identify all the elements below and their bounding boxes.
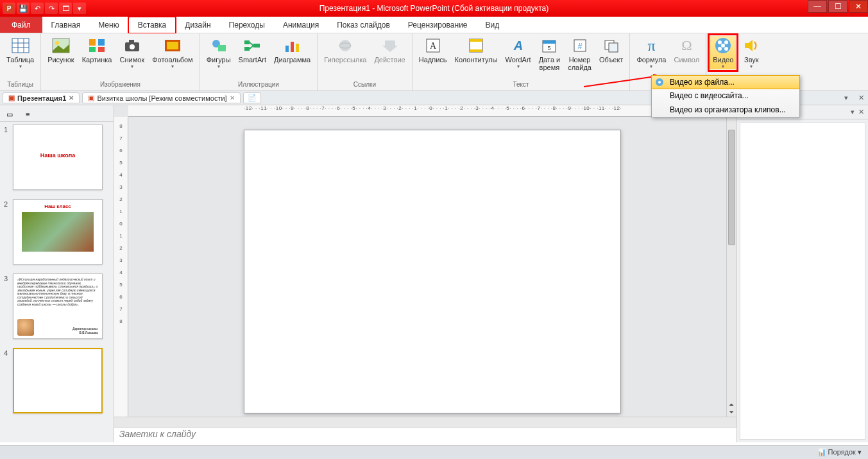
video-button[interactable]: Видео▾ xyxy=(710,36,736,69)
maximize-button[interactable]: ☐ xyxy=(828,0,847,13)
horizontal-ruler: ·12· · ·11· · ·10· · ·9· · · ·8· · · ·7·… xyxy=(128,105,736,117)
outline-tab-icon[interactable]: ≡ xyxy=(26,110,30,119)
slide-canvas[interactable] xyxy=(244,130,621,413)
minimize-button[interactable]: — xyxy=(808,0,827,13)
task-pane-body xyxy=(740,122,865,440)
chevron-down-icon: ▾ xyxy=(517,64,520,69)
dropdown-icon[interactable]: ▾ xyxy=(851,108,855,116)
close-icon[interactable]: ✕ xyxy=(230,94,235,101)
table-button[interactable]: Таблица ▾ xyxy=(4,36,37,69)
svg-text:A: A xyxy=(513,39,522,53)
slides-tab-icon[interactable]: ▭ xyxy=(6,110,13,119)
qat-btn[interactable]: 🗔 xyxy=(59,3,72,14)
file-tab[interactable]: Файл xyxy=(0,17,42,33)
canvas-area: ·12· · ·11· · ·10· · ·9· · · ·8· · · ·7·… xyxy=(114,105,736,442)
video-from-website-item[interactable]: Видео с видеосайта... xyxy=(652,89,799,103)
symbol-button: ΩСимвол xyxy=(671,36,702,64)
document-tab-2[interactable]: ▣ Визитка школы [Режим совместимости] ✕ xyxy=(82,92,240,103)
svg-rect-35 xyxy=(470,49,482,52)
wordart-button[interactable]: AWordArt▾ xyxy=(503,36,534,69)
close-icon[interactable]: ✕ xyxy=(858,108,864,116)
close-icon[interactable]: ✕ xyxy=(855,94,868,102)
close-icon[interactable]: ✕ xyxy=(69,94,74,101)
svg-rect-12 xyxy=(98,47,105,52)
thumb-1[interactable]: 1 Наша школа xyxy=(0,122,114,196)
notes-bar[interactable]: Заметки к слайду xyxy=(114,427,736,442)
svg-rect-22 xyxy=(253,44,260,48)
video-from-clipart-item[interactable]: Видео из организатора клипов... xyxy=(652,103,799,117)
photoalbum-button[interactable]: Фотоальбом▾ xyxy=(149,36,196,69)
object-icon xyxy=(602,36,621,55)
audio-button[interactable]: Звук▾ xyxy=(738,36,764,69)
slide-canvas-scroll[interactable]: ⏶⏷ xyxy=(128,117,736,417)
action-icon xyxy=(380,36,400,55)
undo-icon[interactable]: ↶ xyxy=(31,3,44,14)
chevron-down-icon: ▾ xyxy=(19,64,22,69)
ribbon-tabs: Файл Главная Меню Вставка Дизайн Переход… xyxy=(0,17,868,33)
chart-button[interactable]: Диаграмма xyxy=(271,36,313,64)
svg-point-47 xyxy=(718,47,722,51)
vertical-ruler: 87654321012345678 xyxy=(114,117,128,417)
svg-point-46 xyxy=(724,40,728,44)
video-from-file-item[interactable]: Видео из файла... xyxy=(651,75,800,89)
equation-button[interactable]: πФормула▾ xyxy=(634,36,668,69)
save-icon[interactable]: 💾 xyxy=(17,3,30,14)
prev-slide-icon[interactable]: ⏶ xyxy=(729,401,735,408)
svg-point-8 xyxy=(55,41,59,45)
svg-text:#: # xyxy=(577,42,582,51)
next-slide-icon[interactable]: ⏷ xyxy=(729,409,735,415)
headshot-placeholder xyxy=(17,319,34,336)
svg-rect-20 xyxy=(244,40,250,44)
tab-menu[interactable]: Меню xyxy=(89,17,128,33)
datetime-icon: 5 xyxy=(540,36,559,55)
powerpoint-small-icon: ▣ xyxy=(88,94,94,102)
redo-icon[interactable]: ↷ xyxy=(45,3,58,14)
textbox-button[interactable]: AНадпись xyxy=(416,36,450,64)
tab-home[interactable]: Главная xyxy=(42,17,90,33)
shapes-button[interactable]: Фигуры▾ xyxy=(204,36,234,69)
action-button: Действие xyxy=(371,36,407,64)
svg-text:5: 5 xyxy=(548,45,551,51)
thumb-3[interactable]: 3 «Используя наработанный педагогический… xyxy=(0,271,114,345)
thumb-2[interactable]: 2 Наш класс xyxy=(0,196,114,271)
horizontal-scrollbar[interactable] xyxy=(114,417,736,427)
svg-point-45 xyxy=(718,40,722,44)
slidenumber-button[interactable]: #Номер слайда xyxy=(565,36,594,71)
slidenumber-icon: # xyxy=(570,36,590,55)
quick-access-toolbar: P 💾 ↶ ↷ 🗔 ▾ xyxy=(0,3,86,14)
tab-review[interactable]: Рецензирование xyxy=(399,17,477,33)
dropdown-icon[interactable]: ▾ xyxy=(840,94,852,102)
chevron-down-icon: ▾ xyxy=(171,64,174,69)
tab-view[interactable]: Вид xyxy=(477,17,509,33)
headerfooter-button[interactable]: Колонтитулы xyxy=(452,36,500,64)
tab-insert[interactable]: Вставка xyxy=(128,17,176,33)
thumb-4[interactable]: 4 xyxy=(0,345,114,420)
svg-rect-21 xyxy=(244,47,250,51)
scroll-thumb[interactable] xyxy=(728,130,735,245)
close-button[interactable]: ✕ xyxy=(849,0,868,13)
svg-rect-26 xyxy=(291,42,294,52)
tab-design[interactable]: Дизайн xyxy=(176,17,219,33)
document-tab-1[interactable]: ▣ Презентация1 ✕ xyxy=(3,92,80,103)
shapes-icon xyxy=(209,36,228,55)
order-button[interactable]: 📊 Порядок ▾ xyxy=(817,448,862,456)
table-icon xyxy=(11,36,30,55)
tab-transitions[interactable]: Переходы xyxy=(220,17,274,33)
vertical-scrollbar[interactable]: ⏶⏷ xyxy=(726,117,736,417)
tab-slideshow[interactable]: Показ слайдов xyxy=(328,17,399,33)
object-button[interactable]: Объект xyxy=(597,36,625,64)
chevron-down-icon: ▾ xyxy=(750,64,753,69)
document-tab-new[interactable]: 📄 xyxy=(243,92,261,103)
datetime-button[interactable]: 5Дата и время xyxy=(536,36,563,71)
tab-animation[interactable]: Анимация xyxy=(274,17,328,33)
picture-button[interactable]: Рисунок xyxy=(45,36,77,64)
svg-marker-50 xyxy=(745,40,753,51)
smartart-button[interactable]: SmartArt xyxy=(236,36,269,64)
clipart-icon xyxy=(87,36,106,55)
video-dropdown-menu: Видео из файла... Видео с видеосайта... … xyxy=(651,75,800,117)
powerpoint-icon[interactable]: P xyxy=(3,3,15,14)
svg-rect-38 xyxy=(543,40,556,44)
screenshot-button[interactable]: Снимок▾ xyxy=(117,36,147,69)
clipart-button[interactable]: Картинка xyxy=(80,36,115,64)
qat-more-icon[interactable]: ▾ xyxy=(73,3,86,14)
